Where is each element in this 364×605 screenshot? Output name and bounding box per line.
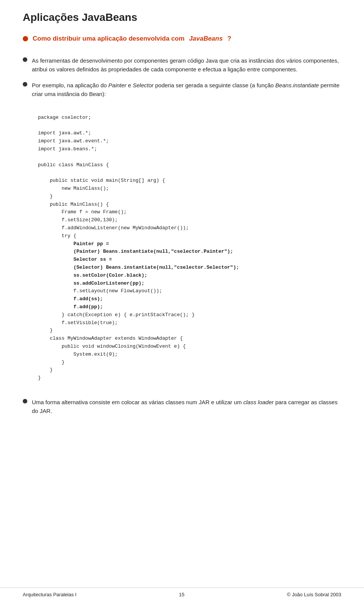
code-line-28: System.exit(0);	[38, 351, 118, 357]
code-line-11: f.setSize(200,130);	[38, 217, 118, 223]
section-body-3: Uma forma alternativa consiste em coloca…	[23, 398, 341, 416]
footer: Arquitecturas Paralelas I 15 © João Luís…	[0, 588, 364, 597]
bullet-dot-icon	[23, 36, 28, 41]
code-line-4: import java.beans.*;	[38, 146, 97, 152]
code-line-2: import java.awt.*;	[38, 130, 91, 136]
code-bold-1: Painter pp =	[74, 241, 109, 247]
code-line-26: class MyWindowAdapter extends WindowAdap…	[38, 336, 183, 341]
code-line-19: ss.addColorListener(pp);	[38, 280, 144, 286]
code-line-25: }	[38, 328, 53, 333]
painter-italic: Painter	[108, 82, 127, 88]
heading-text-after: ?	[227, 35, 231, 43]
code-line-12: f.addWindowListener(new MyWindowAdapter(…	[38, 225, 189, 231]
code-line-10: Frame f = new Frame();	[38, 209, 127, 215]
beans-instantiate-italic: Beans.instantiate	[275, 82, 319, 88]
code-line-7: new MainClass();	[38, 186, 109, 191]
section-heading-text: Como distribuir uma aplicação desenvolvi…	[33, 35, 231, 43]
code-line-30: }	[38, 367, 53, 373]
code-line-6: public static void main(String[] arg) {	[38, 178, 165, 183]
code-line-13: try {	[38, 233, 76, 239]
code-line-3: import java.awt.event.*;	[38, 138, 109, 144]
selector-italic: Selector	[133, 82, 154, 88]
code-line-29: }	[38, 359, 64, 365]
code-line-16: Selector ss =	[38, 257, 112, 262]
code-line-22: f.add(pp);	[38, 304, 103, 310]
code-line-18: ss.setColor(Color.black);	[38, 273, 147, 278]
bullet-dot-dark-icon-1	[23, 57, 27, 62]
code-line-8: }	[38, 194, 53, 199]
body-text-3: Uma forma alternativa consiste em coloca…	[32, 398, 341, 416]
code-bold-2: (Painter) Beans.instantiate(null,"cselec…	[74, 249, 233, 254]
code-bold-3: Selector ss =	[74, 257, 112, 262]
code-bold-4: (Selector) Beans.instantiate(null,"csele…	[74, 265, 239, 270]
class-loader-italic: class loader	[243, 399, 274, 405]
code-line-20: f.setLayout(new FlowLayout());	[38, 288, 162, 294]
heading-text-before: Como distribuir uma aplicação desenvolvi…	[33, 35, 185, 43]
code-bold-8: f.add(pp);	[74, 304, 103, 310]
code-block: package cselector; import java.awt.*; im…	[38, 106, 341, 390]
page-container: Aplicações JavaBeans Como distribuir uma…	[0, 0, 364, 605]
section-body-1: As ferramentas de desenvolvimento por co…	[23, 56, 341, 74]
code-line-24: f.setVisible(true);	[38, 320, 118, 326]
code-line-15: (Painter) Beans.instantiate(null,"cselec…	[38, 249, 233, 254]
code-bold-6: ss.addColorListener(pp);	[74, 280, 144, 286]
code-line-31: }	[38, 375, 41, 381]
bullet-dot-dark-icon-3	[23, 399, 27, 403]
code-line-27: public void windowClosing(WindowEvent e)…	[38, 343, 186, 349]
code-bold-7: f.add(ss);	[74, 296, 103, 302]
footer-right: © João Luís Sobral 2003	[287, 592, 341, 597]
code-line-9: public MainClass() {	[38, 202, 109, 207]
bullet-dot-dark-icon-2	[23, 82, 27, 87]
section-heading: Como distribuir uma aplicação desenvolvi…	[23, 35, 341, 49]
code-line-21: f.add(ss);	[38, 296, 103, 302]
code-line-23: } catch(Exception e) { e.printStackTrace…	[38, 312, 195, 318]
code-line-17: (Selector) Beans.instantiate(null,"csele…	[38, 265, 239, 270]
code-line-14: Painter pp =	[38, 241, 109, 247]
code-line-5: public class MainClass {	[38, 162, 109, 168]
footer-center: 15	[179, 592, 184, 597]
code-bold-5: ss.setColor(Color.black);	[74, 273, 147, 278]
code-line-1: package cselector;	[38, 115, 91, 120]
section-body-2: Por exemplo, na aplicação do Painter e S…	[23, 81, 341, 99]
page-title: Aplicações JavaBeans	[23, 11, 341, 24]
heading-text-italic: JavaBeans	[189, 35, 223, 43]
body-text-1: As ferramentas de desenvolvimento por co…	[32, 56, 341, 74]
footer-left: Arquitecturas Paralelas I	[23, 592, 77, 597]
body-text-2: Por exemplo, na aplicação do Painter e S…	[32, 81, 341, 99]
